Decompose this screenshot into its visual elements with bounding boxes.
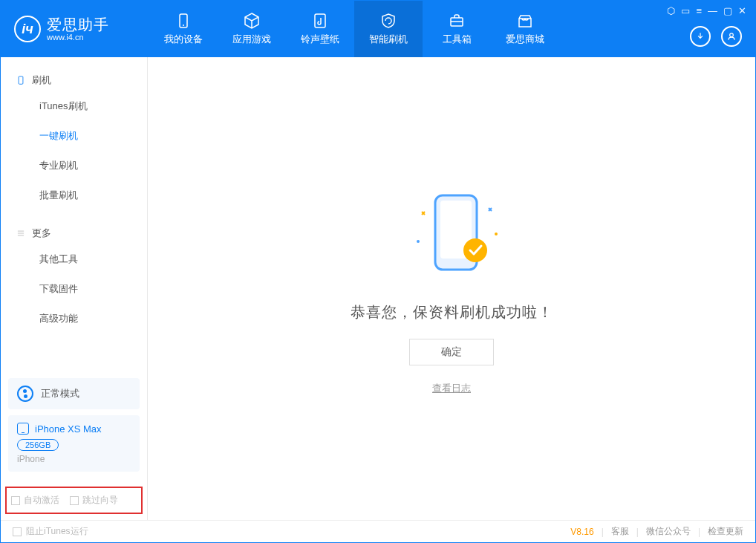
toolbox-icon (448, 12, 466, 30)
svg-rect-2 (315, 14, 325, 27)
success-illustration (377, 182, 526, 286)
mode-label: 正常模式 (41, 387, 79, 400)
group-more-head: 更多 (1, 222, 147, 244)
svg-point-4 (730, 33, 734, 37)
logo[interactable]: iч 爱思助手 www.i4.cn (1, 16, 149, 42)
footer: 阻止iTunes运行 V8.16 | 客服 | 微信公众号 | 检查更新 (1, 520, 755, 542)
flash-options-highlighted: 自动激活 跳过向导 (5, 487, 143, 514)
wechat-link[interactable]: 微信公众号 (646, 525, 691, 538)
minimize-button[interactable]: — (708, 5, 717, 16)
shirt-icon[interactable]: ⬡ (667, 5, 675, 16)
tab-smart-flash[interactable]: 智能刷机 (354, 1, 423, 57)
device-type: iPhone (17, 454, 131, 464)
svg-point-10 (495, 233, 498, 235)
nav-tabs: 我的设备 应用游戏 铃声壁纸 智能刷机 工具箱 爱思商城 (149, 1, 559, 57)
svg-point-1 (183, 25, 184, 26)
sidebar-item-batch-flash[interactable]: 批量刷机 (1, 181, 147, 210)
footer-right: V8.16 | 客服 | 微信公众号 | 检查更新 (570, 525, 743, 538)
tab-apps-games[interactable]: 应用游戏 (218, 1, 286, 57)
logo-icon: iч (14, 16, 41, 42)
account-button[interactable] (721, 26, 742, 47)
group-more: 更多 其他工具 下载固件 高级功能 (1, 210, 147, 334)
view-log-link[interactable]: 查看日志 (432, 382, 471, 395)
refresh-shield-icon (379, 12, 397, 30)
checkbox-block-itunes[interactable]: 阻止iTunes运行 (13, 525, 88, 538)
tab-toolbox[interactable]: 工具箱 (423, 1, 491, 57)
header-actions (690, 26, 742, 47)
close-button[interactable]: ✕ (738, 5, 746, 16)
svg-point-9 (417, 240, 420, 243)
sidebar-item-pro-flash[interactable]: 专业刷机 (1, 151, 147, 181)
checkbox-skip-guide[interactable]: 跳过向导 (70, 494, 118, 507)
mode-card[interactable]: 正常模式 (8, 378, 140, 409)
device-icon (175, 12, 192, 30)
app-site: www.i4.cn (47, 33, 109, 42)
mode-icon (17, 386, 33, 402)
device-card[interactable]: iPhone XS Max 256GB iPhone (8, 415, 140, 472)
svg-point-8 (463, 238, 487, 262)
window-controls: ⬡ ▭ ≡ — ▢ ✕ (667, 5, 746, 16)
phone-icon (17, 423, 29, 435)
feedback-icon[interactable]: ▭ (681, 5, 690, 16)
sidebar-item-other-tools[interactable]: 其他工具 (1, 244, 147, 274)
device-capacity: 256GB (17, 439, 59, 451)
sidebar-item-advanced[interactable]: 高级功能 (1, 304, 147, 334)
device-name: iPhone XS Max (35, 423, 102, 435)
sidebar: 刷机 iTunes刷机 一键刷机 专业刷机 批量刷机 更多 其他工具 下载固件 … (1, 57, 148, 520)
version-label: V8.16 (570, 527, 593, 537)
header: iч 爱思助手 www.i4.cn 我的设备 应用游戏 铃声壁纸 智能刷机 (1, 1, 755, 57)
tab-my-device[interactable]: 我的设备 (149, 1, 218, 57)
main-content: 恭喜您，保资料刷机成功啦！ 确定 查看日志 (148, 57, 755, 520)
body: 刷机 iTunes刷机 一键刷机 专业刷机 批量刷机 更多 其他工具 下载固件 … (1, 57, 755, 520)
sidebar-item-oneclick-flash[interactable]: 一键刷机 (1, 121, 147, 151)
tab-store[interactable]: 爱思商城 (491, 1, 559, 57)
sidebar-item-itunes-flash[interactable]: iTunes刷机 (1, 91, 147, 121)
phone-outline-icon (16, 75, 26, 85)
support-link[interactable]: 客服 (611, 525, 629, 538)
group-flash-head: 刷机 (1, 69, 147, 91)
cube-icon (243, 12, 261, 30)
menu-icon[interactable]: ≡ (696, 5, 702, 16)
group-flash: 刷机 iTunes刷机 一键刷机 专业刷机 批量刷机 (1, 57, 147, 210)
success-title: 恭喜您，保资料刷机成功啦！ (351, 302, 553, 322)
app-window: iч 爱思助手 www.i4.cn 我的设备 应用游戏 铃声壁纸 智能刷机 (0, 0, 756, 543)
maximize-button[interactable]: ▢ (723, 5, 732, 16)
app-name: 爱思助手 (47, 16, 109, 33)
sidebar-cards: 正常模式 iPhone XS Max 256GB iPhone (1, 371, 147, 479)
check-update-link[interactable]: 检查更新 (708, 525, 743, 538)
checkbox-auto-activate[interactable]: 自动激活 (11, 494, 59, 507)
list-icon (16, 228, 26, 238)
svg-rect-5 (19, 77, 23, 85)
tab-ringtones[interactable]: 铃声壁纸 (286, 1, 354, 57)
store-icon (516, 12, 534, 30)
sidebar-item-download-firmware[interactable]: 下载固件 (1, 274, 147, 304)
music-file-icon (311, 12, 329, 30)
download-button[interactable] (690, 26, 711, 47)
ok-button[interactable]: 确定 (409, 339, 494, 365)
